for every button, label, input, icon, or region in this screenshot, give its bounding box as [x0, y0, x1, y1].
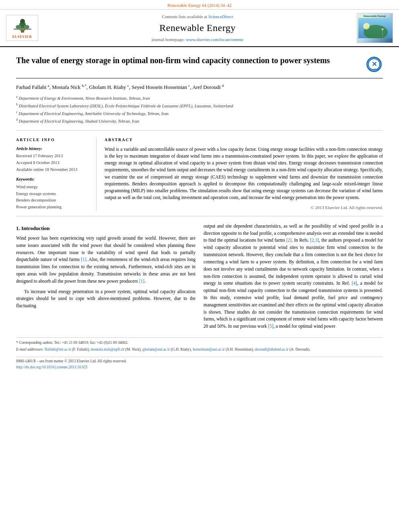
affiliation-c: c Department of Electrical Engineering, … — [16, 110, 383, 117]
body-para-2: To increase wind energy penetration in a… — [16, 288, 195, 310]
body-two-col: 1. Introduction Wind power has been expe… — [16, 223, 383, 333]
history-accepted: Accepted 8 October 2013 — [16, 160, 91, 166]
doi-link[interactable]: http://dx.doi.org/10.1016/j.renene.2013.… — [16, 365, 88, 369]
affiliation-a-text: Department of Energy & Environment, Niro… — [19, 96, 150, 100]
history-online: Available online 18 November 2013 — [16, 167, 91, 173]
article-footer: * Corresponding author. Tel.: +41 21 69 … — [16, 337, 383, 353]
authors-line: Farhad Fallahi a, Mostafa Nick b,*, Ghol… — [16, 83, 383, 91]
affiliation-d: d Department of Electrical Engineering, … — [16, 117, 383, 124]
svg-point-9 — [363, 23, 370, 29]
corresponding-note: * Corresponding author. Tel.: +41 21 69 … — [16, 340, 383, 345]
body-para-1: Wind power has been experiencing very ra… — [16, 235, 195, 285]
ref-2[interactable]: [2] — [286, 238, 292, 242]
svg-point-4 — [16, 25, 21, 29]
ref-23[interactable]: [2,3] — [310, 238, 319, 242]
elsevier-logo: ELSEVIER — [6, 15, 38, 41]
journal-homepage: journal homepage: www.elsevier.com/locat… — [152, 37, 243, 43]
journal-title: Renewable Energy — [159, 21, 236, 35]
keyword-planning: Power generation planning — [16, 204, 91, 210]
crossmark-svg: ✕ CrossMark — [368, 57, 380, 72]
title-section: The value of energy storage in optimal n… — [16, 55, 383, 78]
sciencedirect-prefix: Contents lists available at — [162, 14, 208, 19]
body-content: 1. Introduction Wind power has been expe… — [16, 223, 383, 333]
ref-5[interactable]: [5] — [268, 324, 273, 329]
body-col-left: 1. Introduction Wind power has been expe… — [16, 223, 195, 333]
ref-1b[interactable]: [1] — [139, 279, 144, 283]
email-riahy[interactable]: gholam@aut.ac.ir — [142, 347, 170, 351]
journal-logo-right: Renewable Energy — [355, 13, 395, 43]
abstract-heading: ABSTRACT — [105, 137, 383, 143]
email-nick[interactable]: mostafa.nick@epfl.ch — [91, 347, 125, 351]
copyright-line: © 2013 Elsevier Ltd. All rights reserved… — [105, 205, 383, 211]
svg-rect-6 — [14, 29, 31, 30]
keyword-benders: Benders decomposition — [16, 197, 91, 203]
abstract-text: Wind is a variable and uncontrollable so… — [105, 146, 383, 201]
svg-text:✕: ✕ — [371, 61, 376, 68]
email-fallahi[interactable]: ffallahi@nri.ac.ir — [45, 347, 71, 351]
affiliation-b-text: Distributed Electrical System Laboratory… — [19, 104, 233, 108]
history-received: Received 17 February 2013 — [16, 153, 91, 159]
sciencedirect-anchor[interactable]: ScienceDirect — [208, 14, 233, 19]
paper-title: The value of energy storage in optimal n… — [16, 55, 357, 66]
svg-text:CrossMark: CrossMark — [369, 68, 378, 70]
journal-citation: Renewable Energy 64 (2014) 34–42 — [0, 0, 399, 10]
homepage-link[interactable]: www.elsevier.com/locate/renene — [186, 37, 243, 42]
bottom-bar: 0960-1481/$ – see front matter © 2013 El… — [16, 357, 383, 370]
article-info-abstract: ARTICLE INFO Article history: Received 1… — [16, 137, 383, 216]
body-col-right: output and site dependent characteristic… — [204, 223, 383, 333]
journal-center-info: Contents lists available at ScienceDirec… — [44, 13, 351, 43]
article-info-heading: ARTICLE INFO — [16, 137, 91, 143]
article-info-col: ARTICLE INFO Article history: Received 1… — [16, 137, 97, 211]
journal-header: ELSEVIER Contents lists available at Sci… — [0, 10, 399, 47]
ref-1a[interactable]: [1] — [81, 257, 86, 262]
svg-point-5 — [24, 25, 29, 29]
crossmark-container: ✕ CrossMark — [365, 55, 383, 73]
svg-point-13 — [382, 29, 383, 30]
renewable-energy-logo: Renewable Energy — [357, 13, 393, 43]
article-content: The value of energy storage in optimal n… — [0, 47, 399, 378]
ref-4[interactable]: [4] — [352, 281, 357, 286]
article-history-label: Article history: — [16, 146, 91, 152]
re-logo-title-text: Renewable Energy — [358, 14, 391, 18]
affiliation-d-text: Department of Electrical Engineering, Sh… — [19, 119, 139, 123]
affiliation-c-text: Department of Electrical Engineering, Am… — [19, 111, 169, 116]
section1-title: 1. Introduction — [16, 224, 195, 232]
svg-point-3 — [20, 19, 25, 24]
elsevier-tree-icon — [10, 16, 35, 33]
sciencedirect-link: Contents lists available at ScienceDirec… — [162, 14, 233, 20]
abstract-col: ABSTRACT Wind is a variable and uncontro… — [105, 137, 383, 211]
doi-line: http://dx.doi.org/10.1016/j.renene.2013.… — [16, 365, 383, 370]
citation-text: Renewable Energy 64 (2014) 34–42 — [167, 3, 231, 8]
affiliation-a: a Department of Energy & Environment, Ni… — [16, 94, 383, 101]
body-para-3: output and site dependent characteristic… — [204, 223, 383, 330]
email-doroudi[interactable]: doroudi@shahed.ac.ir — [255, 347, 289, 351]
keyword-storage: Energy storage systems — [16, 191, 91, 197]
re-logo-image — [358, 18, 393, 38]
issn-line: 0960-1481/$ – see front matter © 2013 El… — [16, 359, 383, 364]
email-hosseinian[interactable]: hosseinian@aut.ac.ir — [193, 347, 224, 351]
affiliation-b: b Distributed Electrical System Laborato… — [16, 102, 383, 109]
crossmark-icon: ✕ CrossMark — [366, 57, 382, 72]
email-addresses: E-mail addresses: ffallahi@nri.ac.ir (F.… — [16, 347, 383, 352]
elsevier-logo-container: ELSEVIER — [4, 13, 40, 43]
affiliations-section: a Department of Energy & Environment, Ni… — [16, 94, 383, 131]
keyword-wind-energy: Wind energy — [16, 184, 91, 190]
elsevier-brand-text: ELSEVIER — [12, 35, 32, 39]
homepage-prefix: journal homepage: — [152, 37, 186, 42]
keywords-label: Keywords: — [16, 177, 91, 183]
